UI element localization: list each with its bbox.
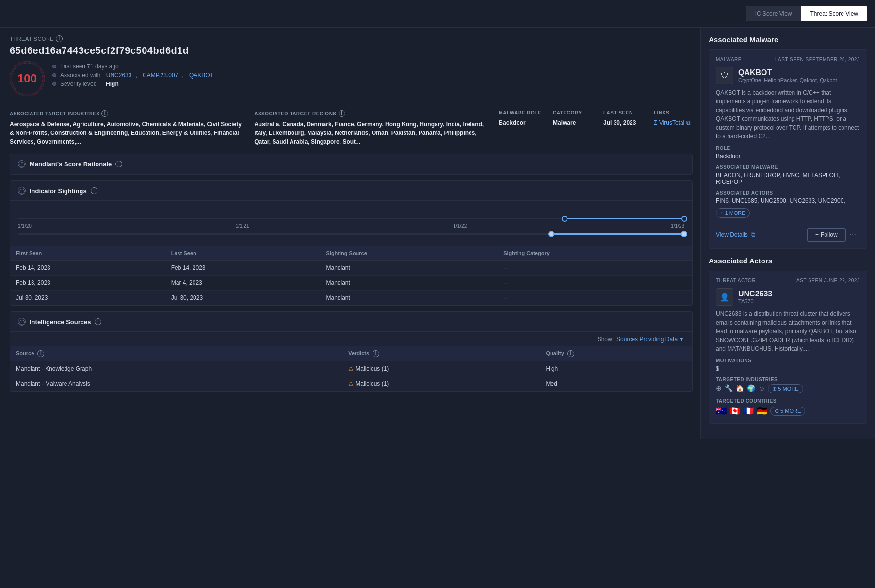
malware-title: QAKBOT	[738, 68, 837, 77]
virustotal-link[interactable]: Σ VirusTotal ⧉	[654, 119, 691, 126]
malware-card-actions: View Details ⧉ + Follow ···	[716, 228, 860, 242]
actor-icon: 👤	[716, 288, 733, 306]
more-button[interactable]: ···	[846, 229, 860, 241]
source-row-0-verdict: ⚠Malicious (1)	[342, 361, 540, 376]
range-track	[18, 233, 684, 235]
intelligence-card-header[interactable]: ◯ Intelligence Sources i	[10, 312, 692, 332]
category-value: Malware	[553, 118, 592, 127]
threat-score-info-icon[interactable]: i	[56, 35, 63, 42]
collapse-icon[interactable]: ◯	[18, 160, 26, 168]
quality-info-icon[interactable]: i	[567, 350, 574, 357]
show-bar: Show: Sources Providing Data ▼	[10, 332, 692, 346]
mandiant-info-icon[interactable]: i	[115, 161, 122, 167]
source-col-header: Source i	[10, 346, 342, 361]
timeline-dot-left	[562, 216, 567, 222]
industry-icon-4: 🌍	[747, 384, 755, 393]
sightings-info-icon[interactable]: i	[91, 187, 97, 194]
timeline-line	[18, 218, 684, 219]
timeline-labels: 1/1/20 1/1/21 1/1/22 1/1/23	[18, 223, 684, 229]
divider	[716, 223, 860, 223]
mandiant-score-title: Mandiant's Score Rationale	[30, 161, 112, 168]
threat-score-circle: 100	[10, 61, 45, 96]
sightings-table: First Seen Last Seen Sighting Source Sig…	[10, 246, 692, 305]
last-seen-item: Last seen 71 days ago	[52, 63, 213, 70]
sources-dropdown[interactable]: Sources Providing Data ▼	[616, 336, 684, 343]
intelligence-collapse-icon[interactable]: ◯	[18, 318, 26, 326]
malware-role-label: ROLE	[716, 146, 860, 151]
sightings-row-0-col-1: Feb 14, 2023	[165, 261, 321, 276]
meta-dot	[52, 73, 56, 77]
meta-dot	[52, 82, 56, 86]
intelligence-info-icon[interactable]: i	[95, 318, 101, 325]
info-grid: Associated Target Industries i Aerospace…	[10, 104, 693, 146]
verdicts-col-header: Verdicts i	[342, 346, 540, 361]
malware-role-value: Backdoor	[499, 118, 541, 127]
sightings-row-2-col-3: --	[498, 291, 692, 306]
one-more-button[interactable]: + 1 MORE	[716, 208, 750, 218]
flag-de: 🇩🇪	[757, 406, 767, 416]
five-more-industries-button[interactable]: ⊕ 5 MORE	[768, 384, 803, 393]
five-more-countries-button[interactable]: ⊕ 5 MORE	[770, 407, 805, 416]
warning-icon: ⚠	[348, 380, 354, 387]
header-section: Threat Score i 65d6ed16a7443ce5cf2f79c50…	[10, 35, 693, 96]
industries-info-icon[interactable]: i	[101, 110, 108, 117]
industry-icons: ⊕ 🔧 🏠 🌍 ☺ ⊕ 5 MORE	[716, 384, 860, 393]
malware-aliases: CryptOne, HelloinPacker, Qakbot, Qakbot	[738, 77, 837, 83]
col-last-seen: Last Seen	[165, 246, 321, 261]
source-row-1-verdict: ⚠Malicious (1)	[342, 376, 540, 392]
malware-associated-value: BEACON, FRUNTDROP, HVNC, METASPLOIT, RIC…	[716, 172, 860, 185]
sightings-row-0-col-3: --	[498, 261, 692, 276]
malware-role-value: Backdoor	[716, 153, 860, 160]
ic-score-view-button[interactable]: IC Score View	[746, 6, 801, 21]
severity-item: Severity level: High	[52, 81, 213, 87]
industry-icon-1: ⊕	[716, 384, 722, 393]
col-sighting-category: Sighting Category	[498, 246, 692, 261]
qakbot-link[interactable]: QAKBOT	[189, 72, 213, 79]
verdicts-info-icon[interactable]: i	[373, 350, 379, 357]
flag-fr: 🇫🇷	[743, 406, 754, 416]
follow-button[interactable]: + Follow	[807, 228, 846, 242]
source-row-0-quality: High	[540, 361, 692, 376]
source-info-icon[interactable]: i	[37, 350, 44, 357]
timeline-dot-right	[681, 216, 687, 222]
target-regions-value: Australia, Canada, Denmark, France, Germ…	[254, 120, 487, 146]
unc2633-link[interactable]: UNC2633	[106, 72, 132, 79]
malware-card-meta: MALWARE LAST SEEN SEPTEMBER 28, 2023	[716, 57, 860, 62]
industry-icon-5: ☺	[758, 384, 765, 393]
malware-name-row: 🛡 QAKBOT CryptOne, HelloinPacker, Qakbot…	[716, 67, 860, 84]
warning-icon: ⚠	[348, 365, 354, 372]
view-details-link[interactable]: View Details ⧉	[716, 231, 755, 239]
sightings-row-1-col-3: --	[498, 276, 692, 291]
mandiant-score-card: ◯ Mandiant's Score Rationale i	[10, 154, 693, 175]
sightings-row-1-col-1: Mar 4, 2023	[165, 276, 321, 291]
sightings-card-header[interactable]: ◯ Indicator Sightings i	[10, 181, 692, 201]
malware-actors-value: FIN6, UNC1685, UNC2500, UNC2633, UNC2900…	[716, 197, 860, 218]
left-panel: Threat Score i 65d6ed16a7443ce5cf2f79c50…	[0, 28, 700, 439]
malware-description: QAKBOT is a backdoor written in C/C++ th…	[716, 88, 860, 141]
range-thumb-right[interactable]	[681, 231, 687, 237]
main-layout: Threat Score i 65d6ed16a7443ce5cf2f79c50…	[0, 28, 875, 439]
range-thumb-left[interactable]	[548, 231, 554, 237]
source-row-0-source: Mandiant - Knowledge Graph	[10, 361, 342, 376]
mandiant-score-header[interactable]: ◯ Mandiant's Score Rationale i	[10, 154, 692, 174]
threat-score-label: Threat Score i	[10, 35, 693, 42]
actors-section-title: Associated Actors	[709, 257, 867, 265]
sightings-title: Indicator Sightings	[30, 187, 87, 195]
sightings-row-1-col-0: Feb 13, 2023	[10, 276, 165, 291]
actor-description: UNC2633 is a distribution threat cluster…	[716, 310, 860, 353]
industry-icon-3: 🏠	[736, 384, 744, 393]
motivations-value: $	[716, 365, 860, 372]
flag-au: 🇦🇺	[716, 406, 727, 416]
target-industries-value: Aerospace & Defense, Agriculture, Automo…	[10, 120, 243, 146]
threat-score-view-button[interactable]: Threat Score View	[801, 6, 868, 21]
sightings-collapse-icon[interactable]: ◯	[18, 187, 26, 195]
last-seen-col: Last Seen Jul 30, 2023	[603, 110, 642, 146]
sightings-row-1-col-2: Mandiant	[321, 276, 498, 291]
intelligence-title: Intelligence Sources	[30, 318, 91, 326]
regions-info-icon[interactable]: i	[339, 110, 345, 117]
last-seen-value: Jul 30, 2023	[603, 118, 642, 127]
severity-value: High	[106, 81, 119, 87]
meta-dot	[52, 65, 56, 68]
col-sighting-source: Sighting Source	[321, 246, 498, 261]
camp-link[interactable]: CAMP.23.007	[143, 72, 178, 79]
